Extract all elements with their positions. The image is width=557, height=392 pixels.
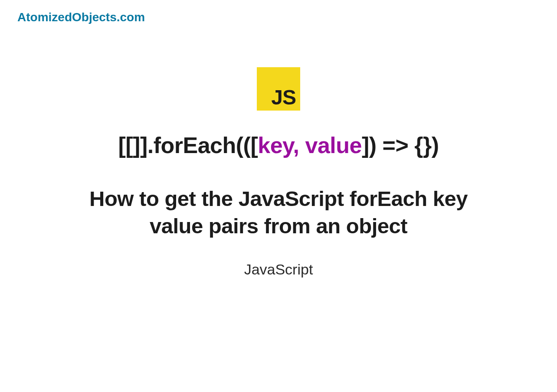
js-logo-text: JS bbox=[271, 87, 296, 108]
category-label: JavaScript bbox=[244, 261, 313, 278]
site-name: AtomizedObjects.com bbox=[17, 10, 145, 24]
main-content: JS [[]].forEach(([key, value]) => {}) Ho… bbox=[0, 67, 557, 278]
code-snippet: [[]].forEach(([key, value]) => {}) bbox=[118, 132, 439, 158]
code-prefix: [[]].forEach(([ bbox=[118, 133, 258, 158]
code-highlight: key, value bbox=[258, 133, 362, 158]
code-suffix: ]) => {}) bbox=[362, 133, 439, 158]
article-title: How to get the JavaScript forEach key va… bbox=[70, 185, 487, 239]
js-logo: JS bbox=[257, 67, 300, 111]
